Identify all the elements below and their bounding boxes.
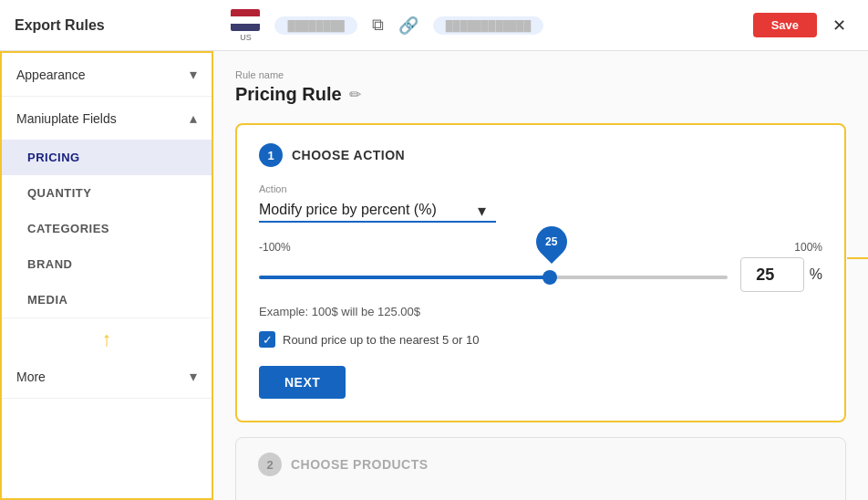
slider-min-label: -100% — [259, 241, 291, 254]
modal-header: Export Rules US ████████ ⧉ 🔗 ███████████… — [0, 0, 868, 51]
checkbox-row[interactable]: ✓ Round price up to the nearest 5 or 10 — [259, 331, 822, 348]
sidebar-item-brand[interactable]: BRAND — [2, 246, 212, 282]
modal-title: Export Rules — [15, 17, 105, 34]
sidebar-section-appearance-label: Appearance — [16, 68, 86, 82]
pill-badge-2: ████████████ — [433, 16, 544, 35]
step1-card: 1 CHOOSE ACTION Action Modify price by p… — [235, 123, 846, 422]
save-button[interactable]: Save — [753, 13, 817, 37]
modal-body: Appearance ▾ Maniuplate Fields ▴ PRICING… — [0, 51, 868, 500]
step2-header: 2 CHOOSE PRODUCTS — [258, 453, 823, 476]
sidebar-section-appearance-header[interactable]: Appearance ▾ — [2, 53, 212, 96]
sidebar-section-manipulate-label: Maniuplate Fields — [16, 111, 117, 126]
header-center: US ████████ ⧉ 🔗 ████████████ — [105, 9, 670, 42]
step1-title: CHOOSE ACTION — [292, 148, 405, 162]
step1-wrapper: 1 CHOOSE ACTION Action Modify price by p… — [235, 123, 846, 422]
checkbox-round-price[interactable]: ✓ — [259, 331, 275, 348]
arrow-up-annotation: ↑ — [102, 328, 112, 350]
step2-num: 2 — [258, 453, 282, 476]
sidebar-item-media[interactable]: MEDIA — [2, 282, 212, 318]
checkmark-icon: ✓ — [263, 333, 273, 347]
step1-header: 1 CHOOSE ACTION — [259, 143, 822, 167]
flag-box — [231, 9, 260, 31]
header-actions: Cancel Save ✕ — [670, 11, 853, 40]
sidebar-items-manipulate: PRICING QUANTITY CATEGORIES BRAND MEDIA — [2, 140, 212, 318]
sidebar-section-manipulate-header[interactable]: Maniuplate Fields ▴ — [2, 97, 212, 140]
sidebar-item-pricing[interactable]: PRICING — [2, 140, 212, 175]
sidebar-item-quantity[interactable]: QUANTITY — [2, 175, 212, 211]
rule-name-text: Pricing Rule — [235, 84, 342, 105]
chevron-down-icon-more: ▾ — [190, 368, 197, 385]
flag-label: US — [240, 33, 252, 42]
next-button[interactable]: NEXT — [259, 366, 346, 399]
chevron-down-icon-appearance: ▾ — [190, 66, 197, 83]
percent-label: % — [810, 266, 822, 283]
slider-max-label: 100% — [794, 241, 822, 254]
slider-area: -100% 100% 25 — [259, 241, 822, 292]
pill-badge-1: ████████ — [274, 16, 356, 35]
edit-icon[interactable]: ✏ — [349, 86, 361, 103]
rule-name-row: Pricing Rule ✏ — [235, 84, 846, 105]
example-text: Example: 100$ will be 125.00$ — [259, 305, 822, 318]
slider-track-wrap: 25 — [259, 266, 728, 283]
sidebar-section-manipulate: Maniuplate Fields ▴ PRICING QUANTITY CAT… — [2, 97, 212, 318]
value-input[interactable] — [740, 257, 804, 292]
copy-icon[interactable]: ⧉ — [372, 16, 384, 35]
slider-container: 25 % — [259, 257, 822, 292]
action-select-row: Modify price by percent (%) Modify price… — [259, 198, 822, 223]
slider-input[interactable] — [259, 276, 728, 279]
flag-icon: US — [231, 9, 260, 42]
sidebar-section-appearance: Appearance ▾ — [2, 53, 212, 97]
sidebar-item-categories[interactable]: CATEGORIES — [2, 211, 212, 246]
close-button[interactable]: ✕ — [824, 11, 853, 40]
action-label: Action — [259, 183, 822, 194]
sidebar: Appearance ▾ Maniuplate Fields ▴ PRICING… — [0, 51, 213, 500]
slider-pin-value: 25 — [545, 235, 557, 248]
link-icon[interactable]: 🔗 — [398, 16, 418, 36]
step2-title: CHOOSE PRODUCTS — [291, 457, 429, 472]
sidebar-section-more: More ▾ — [2, 355, 212, 399]
checkbox-round-price-label: Round price up to the nearest 5 or 10 — [283, 333, 479, 347]
step2-card: 2 CHOOSE PRODUCTS — [235, 437, 846, 500]
sidebar-section-more-label: More — [16, 370, 46, 384]
rule-name-label: Rule name — [235, 69, 846, 80]
slider-pin: 25 — [536, 226, 567, 257]
chevron-up-icon-manipulate: ▴ — [190, 109, 197, 127]
step1-num: 1 — [259, 143, 283, 167]
right-arrow-annotation — [847, 252, 868, 265]
slider-value-box: % — [740, 257, 822, 292]
sidebar-section-more-header[interactable]: More ▾ — [2, 355, 212, 398]
arrow-line — [847, 257, 868, 259]
action-select[interactable]: Modify price by percent (%) Modify price… — [259, 198, 496, 223]
main-content: Rule name Pricing Rule ✏ 1 CHOOSE ACTION… — [213, 51, 868, 500]
